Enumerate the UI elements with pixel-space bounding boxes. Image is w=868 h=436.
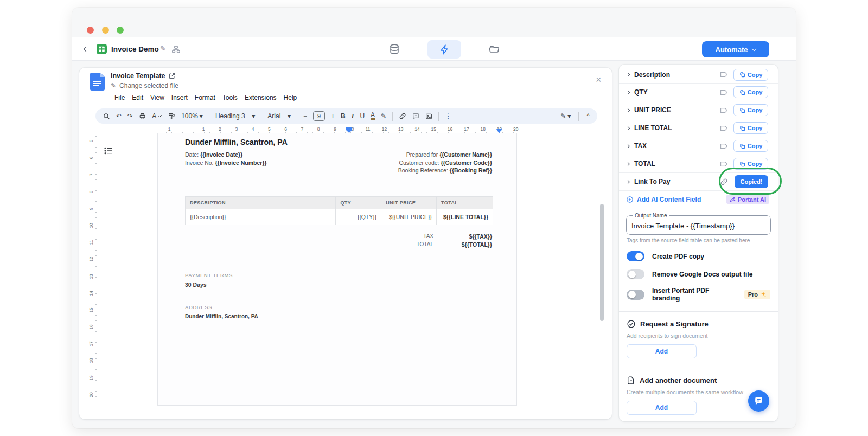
text-color-icon[interactable]: A <box>371 112 375 120</box>
menu-extensions[interactable]: Extensions <box>245 94 277 101</box>
add-ai-label: Add AI Content Field <box>637 196 701 203</box>
copy-button[interactable]: Copy <box>733 158 768 170</box>
insert-link-icon[interactable] <box>399 112 406 120</box>
link-icon[interactable] <box>720 178 728 186</box>
chevron-down-icon <box>752 46 756 50</box>
menu-format[interactable]: Format <box>195 94 215 101</box>
search-icon[interactable] <box>103 113 110 120</box>
font-size-input[interactable]: 9 <box>313 111 325 121</box>
copy-button[interactable]: Copy <box>733 86 768 98</box>
bold-icon[interactable]: B <box>341 112 346 120</box>
undo-icon[interactable]: ↶ <box>116 112 122 120</box>
automate-button[interactable]: Automate <box>702 41 769 57</box>
source-data-tab[interactable] <box>378 40 411 59</box>
output-folder-tab[interactable] <box>477 40 511 59</box>
editing-mode-select[interactable]: ✎ ▾ <box>560 112 571 120</box>
tag-icon[interactable] <box>719 88 727 97</box>
more-options-icon[interactable]: ⋮ <box>445 112 451 120</box>
traffic-light-minimize[interactable] <box>102 27 109 34</box>
menu-tools[interactable]: Tools <box>222 94 238 101</box>
chevron-right-icon[interactable] <box>626 179 630 183</box>
branding-toggle[interactable] <box>627 290 644 300</box>
collapse-toolbar-icon[interactable]: ^ <box>586 112 590 120</box>
field-row-line-total: LINE TOTAL Copy <box>619 119 778 137</box>
menu-file[interactable]: File <box>114 94 125 101</box>
copy-button[interactable]: Copy <box>733 122 768 134</box>
redo-icon[interactable]: ↷ <box>127 112 133 120</box>
ruler-number: 1 <box>166 126 173 132</box>
document-page[interactable]: Dunder Mifflin, Scantron, PA Date: {{Inv… <box>157 133 517 406</box>
folder-icon <box>488 43 500 55</box>
template-tab-active[interactable] <box>427 40 461 59</box>
ruler-number: 8 <box>88 190 94 193</box>
underline-icon[interactable]: U <box>360 112 365 120</box>
chevron-down-icon: ▾ <box>252 112 255 120</box>
copy-button[interactable]: Copy <box>733 140 768 152</box>
font-family-select[interactable]: Arial ▾ <box>267 112 291 120</box>
highlight-icon[interactable]: ✎ <box>381 112 386 120</box>
pencil-icon: ✎ <box>560 112 566 120</box>
chevron-right-icon[interactable] <box>626 144 630 148</box>
change-selected-file[interactable]: ✎ Change selected file <box>111 82 178 89</box>
edit-title-icon[interactable]: ✎ <box>160 44 166 53</box>
zoom-select[interactable]: 100% ▾ <box>181 112 203 120</box>
invoice-date-line: Date: {{Invoice Date}} <box>185 151 267 159</box>
traffic-light-close[interactable] <box>87 27 94 34</box>
tag-icon[interactable] <box>719 106 727 114</box>
menu-edit[interactable]: Edit <box>132 94 143 101</box>
tax-label: TAX <box>423 233 433 241</box>
cell-line-total: ${{LINE TOTAL}} <box>437 209 493 225</box>
toggle-label: Remove Google Docs output file <box>652 271 752 278</box>
add-ai-content-field-button[interactable]: Add AI Content Field <box>626 196 701 203</box>
chevron-right-icon[interactable] <box>626 73 630 76</box>
insert-image-icon[interactable] <box>425 113 432 120</box>
chevron-right-icon[interactable] <box>626 162 630 165</box>
menu-view[interactable]: View <box>150 94 164 101</box>
menu-insert[interactable]: Insert <box>171 94 188 101</box>
ruler-number: 11 <box>88 240 94 245</box>
increase-font-icon[interactable]: + <box>331 112 335 120</box>
chevron-right-icon[interactable] <box>626 90 630 94</box>
document-scrollbar[interactable] <box>600 204 604 321</box>
prepared-for-label: Prepared for <box>406 151 439 158</box>
menu-help[interactable]: Help <box>284 94 297 101</box>
vertical-ruler[interactable]: 567891011121314151617181920 <box>87 138 95 397</box>
check-circle-icon <box>627 319 636 329</box>
external-link-icon[interactable] <box>169 73 175 79</box>
italic-icon[interactable]: I <box>352 112 354 120</box>
gdocs-menubar: File Edit View Insert Format Tools Exten… <box>114 94 297 101</box>
close-icon[interactable]: × <box>596 74 602 86</box>
chevron-right-icon[interactable] <box>626 108 630 112</box>
tag-icon[interactable] <box>719 142 727 150</box>
paragraph-style-select[interactable]: Heading 3 ▾ <box>215 112 255 120</box>
workflow-icon[interactable] <box>171 45 181 56</box>
output-name-input[interactable] <box>631 222 765 230</box>
tag-icon[interactable] <box>719 160 727 168</box>
spellcheck-icon[interactable]: A <box>152 112 162 120</box>
customer-name-tag: {{Customer Name}} <box>439 151 492 158</box>
document-outline-icon[interactable] <box>104 147 113 157</box>
chat-launcher[interactable] <box>748 390 769 412</box>
copy-icon <box>739 161 745 167</box>
date-label: Date: <box>185 151 200 158</box>
copied-button[interactable]: Copied! <box>735 175 768 188</box>
prepared-for-line: Prepared for {{Customer Name}} <box>398 151 492 159</box>
toggle-row-branding: Insert Portant PDF branding Pro <box>627 287 770 302</box>
remove-gdocs-toggle[interactable] <box>627 269 644 279</box>
copy-button[interactable]: Copy <box>733 69 768 81</box>
field-label: QTY <box>634 88 648 96</box>
add-comment-icon[interactable] <box>412 113 419 120</box>
copy-button[interactable]: Copy <box>733 104 768 116</box>
print-icon[interactable] <box>139 113 146 120</box>
decrease-font-icon[interactable]: − <box>303 112 307 120</box>
create-pdf-toggle[interactable] <box>627 251 644 261</box>
add-document-button[interactable]: Add <box>627 401 697 415</box>
chevron-right-icon[interactable] <box>626 126 630 130</box>
tag-icon[interactable] <box>719 124 727 132</box>
tag-icon[interactable] <box>719 70 727 79</box>
paint-format-icon[interactable] <box>168 113 175 120</box>
add-signature-button[interactable]: Add <box>627 344 697 358</box>
traffic-light-zoom[interactable] <box>117 27 124 34</box>
invoice-line-items-table: DESCRIPTION QTY UNIT PRICE TOTAL {{Descr… <box>185 196 493 225</box>
back-button[interactable] <box>84 47 89 52</box>
